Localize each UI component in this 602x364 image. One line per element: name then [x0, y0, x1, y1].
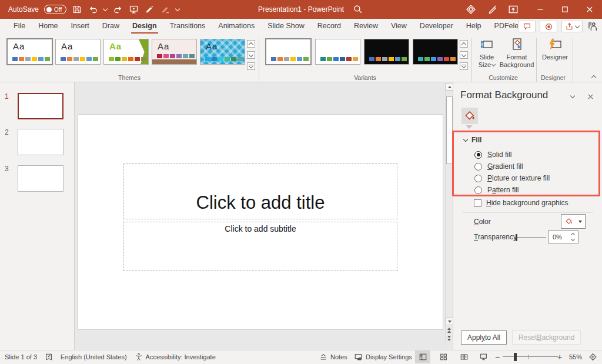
picture-fill-option[interactable]: Picture or texture fill [474, 173, 550, 183]
slide-counter[interactable]: Slide 1 of 3 [5, 353, 37, 360]
present-in-teams-icon[interactable] [587, 21, 597, 32]
accessibility-status[interactable]: Accessibility: Investigate [135, 353, 216, 361]
autosave-toggle[interactable]: Off [44, 5, 66, 14]
transparency-value-input[interactable]: 0% [548, 231, 578, 243]
pattern-fill-option[interactable]: Pattern fill [474, 185, 519, 195]
zoom-in-button[interactable]: + [557, 350, 562, 363]
tab-transitions[interactable]: Transitions [163, 19, 212, 34]
themes-scroll-up-icon[interactable] [247, 40, 255, 48]
tab-record[interactable]: Record [311, 19, 347, 34]
theme-thumbnail-gallery[interactable]: Aa [152, 39, 197, 65]
vertical-scrollbar[interactable] [445, 83, 453, 342]
normal-view-button[interactable] [415, 350, 430, 363]
comments-button[interactable] [518, 21, 536, 32]
zoom-level[interactable]: 55% [569, 350, 582, 363]
tab-view[interactable]: View [384, 19, 413, 34]
title-placeholder[interactable]: Click to add title [123, 163, 397, 219]
hide-background-graphics-checkbox[interactable] [474, 199, 481, 207]
slide-size-button[interactable]: Slide Size [474, 36, 500, 72]
designer-button[interactable]: Designer [539, 36, 571, 72]
slide-thumbnail-image[interactable] [18, 129, 63, 155]
variant-thumbnail-1[interactable] [266, 39, 311, 65]
collapse-ribbon-icon[interactable] [589, 73, 598, 80]
apply-to-all-button[interactable]: Apply to All [461, 330, 507, 345]
zoom-slider-track[interactable] [503, 356, 558, 357]
redo-icon[interactable] [112, 4, 123, 15]
undo-icon[interactable] [88, 4, 98, 15]
spin-down-icon[interactable] [570, 237, 574, 241]
variants-scroll-down-icon[interactable] [460, 51, 468, 59]
theme-thumbnail-facet[interactable]: Aa [103, 39, 149, 65]
next-slide-icon[interactable] [445, 335, 453, 342]
tab-home[interactable]: Home [32, 19, 64, 34]
proofing-book-icon[interactable] [45, 353, 53, 361]
slide-sorter-view-button[interactable] [436, 350, 451, 363]
tab-developer[interactable]: Developer [413, 19, 460, 34]
themes-more-icon[interactable] [247, 62, 255, 70]
previous-slide-icon[interactable] [445, 326, 453, 333]
search-icon[interactable] [353, 4, 363, 14]
zoom-out-button[interactable]: − [495, 350, 500, 363]
notes-button[interactable]: Notes [319, 350, 347, 363]
qat-customize-icon[interactable] [175, 6, 180, 11]
pattern-fill-radio[interactable] [474, 186, 482, 194]
start-slideshow-icon[interactable] [128, 4, 139, 15]
save-icon[interactable] [72, 4, 82, 15]
format-background-button[interactable]: Format Background [499, 36, 535, 72]
tab-review[interactable]: Review [347, 19, 384, 34]
transparency-slider[interactable] [516, 234, 546, 241]
fill-section-header[interactable]: Fill [464, 136, 481, 144]
panel-collapse-icon[interactable] [568, 92, 577, 101]
slide-thumbnail-image[interactable] [18, 165, 63, 192]
close-button[interactable] [577, 0, 602, 19]
inking-pen-icon[interactable] [160, 4, 170, 15]
tab-help[interactable]: Help [460, 19, 488, 34]
display-settings-button[interactable]: Display Settings [354, 350, 412, 363]
highlighter-icon[interactable] [144, 4, 155, 15]
variant-thumbnail-3[interactable] [364, 39, 409, 65]
hide-background-graphics-option[interactable]: Hide background graphics [474, 199, 568, 207]
slideshow-view-button[interactable] [476, 350, 491, 363]
color-dropdown-button[interactable] [561, 214, 586, 229]
tab-draw[interactable]: Draw [96, 19, 126, 34]
transparency-spinner[interactable] [569, 232, 576, 242]
variants-more-icon[interactable] [460, 62, 468, 70]
slide-canvas[interactable]: Click to add title Click to add subtitle [78, 115, 443, 329]
minimize-button[interactable] [528, 0, 553, 19]
variant-thumbnail-2[interactable] [315, 39, 360, 65]
theme-thumbnail-office-2[interactable]: Aa [55, 39, 101, 65]
theme-thumbnail-office[interactable]: Aa [7, 39, 52, 65]
variant-thumbnail-4[interactable] [413, 39, 458, 65]
fill-tab-icon[interactable] [461, 108, 478, 124]
scrollbar-thumb[interactable] [446, 96, 453, 164]
slide-thumbnail-image[interactable] [18, 93, 63, 119]
premium-diamond-icon[interactable] [464, 3, 477, 16]
subtitle-placeholder[interactable]: Click to add subtitle [123, 222, 397, 271]
transparency-slider-handle[interactable] [516, 234, 517, 241]
undo-dropdown-icon[interactable] [103, 6, 108, 11]
reading-view-button[interactable] [456, 350, 471, 363]
tab-insert[interactable]: Insert [65, 19, 96, 34]
fit-slide-to-window-button[interactable] [585, 350, 600, 363]
solid-fill-radio[interactable] [474, 151, 482, 159]
solid-fill-option[interactable]: Solid fill [474, 150, 511, 159]
record-button[interactable] [540, 21, 557, 32]
tab-animations[interactable]: Animations [212, 19, 261, 34]
transparency-slider-track[interactable] [516, 237, 546, 238]
tab-slide-show[interactable]: Slide Show [261, 19, 311, 34]
picture-fill-radio[interactable] [474, 175, 482, 182]
theme-thumbnail-integral[interactable]: Aa [200, 39, 245, 65]
tab-design[interactable]: Design [126, 19, 163, 34]
zoom-slider-thumb[interactable] [514, 353, 517, 361]
gradient-fill-radio[interactable] [474, 163, 482, 171]
variants-scroll-up-icon[interactable] [460, 40, 468, 48]
editor-pen-icon[interactable] [486, 3, 499, 16]
themes-scroll-down-icon[interactable] [247, 51, 255, 59]
language-indicator[interactable]: English (United States) [61, 353, 127, 360]
panel-close-icon[interactable] [586, 92, 594, 101]
ribbon-display-options-icon[interactable] [507, 3, 520, 16]
gradient-fill-option[interactable]: Gradient fill [474, 162, 523, 171]
share-button[interactable] [561, 21, 583, 32]
maximize-button[interactable] [553, 0, 577, 19]
tab-file[interactable]: File [7, 19, 32, 34]
